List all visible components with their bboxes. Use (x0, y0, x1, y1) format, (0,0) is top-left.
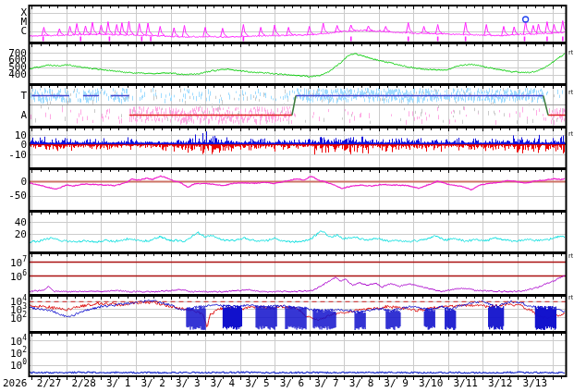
year-label: 2026 (3, 378, 28, 388)
y-tick-label-xray-flux: C (20, 26, 27, 36)
x-tick-label: 3/13 (523, 378, 548, 388)
realtime-data-label: rt (568, 49, 573, 56)
x-tick-label: 3/ 8 (349, 378, 374, 388)
x-tick-label: 3/ 4 (211, 378, 236, 388)
y-tick-label-imf-sector: T (20, 91, 27, 101)
y-tick-label-dst: 0 (20, 177, 27, 187)
x-tick-label: 3/10 (419, 378, 444, 388)
x-tick-label: 3/ 9 (384, 378, 409, 388)
x-tick-label: 2/27 (37, 378, 62, 388)
y-tick-label-solar-wind-speed: 400 (8, 69, 27, 80)
y-tick-label-imf-sector: A (20, 110, 27, 120)
y-tick-label-electron-flux: 107 (10, 257, 27, 268)
x-tick-label: 3/ 5 (245, 378, 270, 388)
y-tick-label-proton-flux: 102 (10, 348, 27, 359)
realtime-data-label: rt (568, 89, 573, 96)
x-tick-label: 3/ 1 (106, 378, 131, 388)
x-tick-label: 3/ 7 (314, 378, 339, 388)
y-tick-label-dst: -50 (8, 190, 27, 201)
x-tick-label: 2/28 (71, 378, 96, 388)
x-tick-label: 3/ 6 (280, 378, 305, 388)
solar-terrestrial-activity-plot: 2026 XMC700600500400TA100-100-5040201071… (0, 0, 586, 392)
y-tick-label-solar-wind-density: 20 (15, 229, 27, 239)
chart-canvas (0, 0, 586, 392)
realtime-data-label: rt (568, 294, 573, 301)
y-tick-label-cosmic-ray-proton: 102 (10, 312, 27, 324)
y-tick-label-proton-flux: 100 (10, 360, 27, 371)
y-tick-label-solar-wind-density: 40 (15, 217, 27, 227)
realtime-data-label: rt (568, 130, 573, 138)
y-tick-label-proton-flux: 104 (10, 336, 27, 347)
x-tick-label: 3/12 (488, 378, 513, 388)
x-tick-label: 3/ 2 (140, 378, 165, 388)
x-tick-label: 3/ 3 (176, 378, 201, 388)
x-tick-label: 3/11 (453, 378, 478, 388)
realtime-data-label: rt (568, 252, 573, 260)
y-tick-label-bz: -10 (8, 150, 27, 160)
y-tick-label-electron-flux: 106 (10, 271, 27, 282)
